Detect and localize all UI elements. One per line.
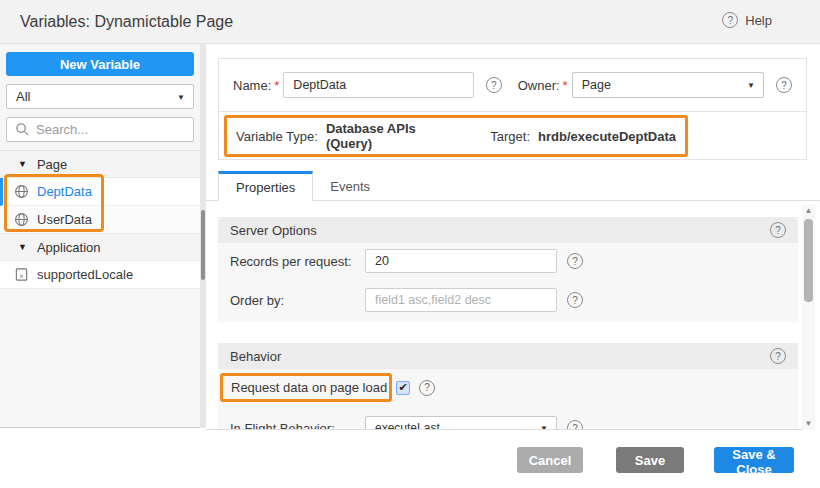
- tree-group-label: Page: [37, 157, 67, 172]
- tab-events[interactable]: Events: [313, 171, 387, 201]
- model-variable-icon: x: [14, 267, 29, 282]
- caret-down-icon: ▼: [177, 92, 185, 101]
- tab-properties[interactable]: Properties: [218, 171, 313, 201]
- tree-item-userdata[interactable]: UserData: [0, 206, 200, 234]
- tree-item-deptdata[interactable]: DeptData: [0, 178, 200, 206]
- caret-down-icon: ▼: [747, 81, 755, 90]
- dialog-header: Variables: Dynamictable Page ? Help: [0, 0, 820, 44]
- variables-sidebar: New Variable All ▼ ▼ Page: [0, 44, 200, 428]
- variable-editor-panel: Name: * ? Owner: * Page ▼ ? Variable Typ…: [206, 44, 820, 430]
- service-variable-globe-icon: [14, 212, 29, 227]
- variables-tree: ▼ Page DeptData UserData: [0, 150, 200, 289]
- help-link[interactable]: ? Help: [722, 12, 772, 28]
- variable-filter-value: All: [16, 89, 30, 104]
- order-by-help-icon[interactable]: ?: [567, 292, 583, 308]
- search-icon: [15, 122, 30, 137]
- new-variable-button[interactable]: New Variable: [6, 52, 194, 76]
- annotation-highlight-request-on-load: Request data on page load ✔ ?: [220, 373, 392, 402]
- tree-group-label: Application: [37, 240, 101, 255]
- tree-group-page[interactable]: ▼ Page: [0, 151, 200, 178]
- service-variable-globe-icon: [14, 184, 29, 199]
- server-options-header: Server Options ?: [218, 217, 798, 243]
- records-help-icon[interactable]: ?: [567, 253, 583, 269]
- scroll-down-icon[interactable]: ▼: [802, 418, 815, 430]
- search-input[interactable]: [36, 122, 176, 137]
- inflight-behavior-value: executeLast: [375, 421, 440, 430]
- annotation-highlight-variable-type: Variable Type: Database APIs (Query) Tar…: [224, 115, 688, 157]
- page-title: Variables: Dynamictable Page: [20, 13, 233, 31]
- main-scrollbar[interactable]: ▲ ▼: [802, 205, 815, 430]
- request-on-load-label: Request data on page load: [231, 380, 387, 395]
- server-options-body: Records per request: ? Order by: ?: [218, 243, 798, 322]
- server-options-title: Server Options: [230, 223, 770, 238]
- name-help-icon[interactable]: ?: [486, 77, 502, 93]
- tree-item-label: supportedLocale: [37, 267, 133, 282]
- required-asterisk: *: [274, 78, 279, 93]
- help-label: Help: [745, 13, 772, 28]
- behavior-title: Behavior: [230, 349, 770, 364]
- inflight-behavior-select[interactable]: executeLast ▼: [365, 416, 557, 430]
- order-by-row: Order by: ?: [218, 288, 798, 312]
- inflight-help-icon[interactable]: ?: [567, 420, 583, 430]
- name-input[interactable]: [283, 72, 473, 98]
- owner-select-value: Page: [582, 78, 611, 92]
- inflight-behavior-row: In Flight Behavior: executeLast ▼ ?: [218, 416, 798, 430]
- variable-filter-select[interactable]: All ▼: [6, 84, 194, 109]
- save-and-close-button[interactable]: Save & Close: [714, 447, 794, 473]
- request-on-load-help-icon[interactable]: ?: [419, 380, 435, 396]
- divider: [219, 111, 806, 112]
- tree-item-label: DeptData: [37, 184, 92, 199]
- behavior-body: Request data on page load ✔ ? In Flight …: [218, 369, 798, 430]
- records-per-request-label: Records per request:: [230, 254, 365, 269]
- tree-item-supportedlocale[interactable]: x supportedLocale: [0, 261, 200, 289]
- editor-tabs: Properties Events: [218, 170, 814, 201]
- variable-summary-card: Name: * ? Owner: * Page ▼ ? Variable Typ…: [218, 58, 807, 160]
- order-by-label: Order by:: [230, 293, 365, 308]
- required-asterisk: *: [563, 78, 568, 93]
- caret-down-icon: ▼: [540, 424, 548, 431]
- server-options-help-icon[interactable]: ?: [770, 222, 786, 238]
- owner-help-icon[interactable]: ?: [776, 77, 792, 93]
- behavior-header: Behavior ?: [218, 343, 798, 369]
- cancel-button[interactable]: Cancel: [517, 447, 583, 473]
- name-owner-row: Name: * ? Owner: * Page ▼ ?: [219, 59, 806, 111]
- variable-search[interactable]: [6, 117, 194, 142]
- owner-select[interactable]: Page ▼: [572, 72, 764, 98]
- request-on-load-checkbox[interactable]: ✔: [396, 381, 410, 395]
- help-question-icon: ?: [722, 12, 738, 28]
- tree-item-label: UserData: [37, 212, 92, 227]
- scroll-up-icon[interactable]: ▲: [802, 205, 815, 217]
- target-label: Target:: [490, 129, 530, 144]
- variables-dialog: Variables: Dynamictable Page ? Help New …: [0, 0, 820, 488]
- variable-type-label: Variable Type:: [236, 129, 318, 144]
- collapse-arrow-icon: ▼: [18, 242, 27, 252]
- name-label: Name:: [233, 78, 271, 93]
- collapse-arrow-icon: ▼: [18, 159, 27, 169]
- main-scrollbar-thumb[interactable]: [804, 219, 813, 302]
- records-per-request-row: Records per request: ?: [218, 249, 798, 273]
- properties-scroll-area: Server Options ? Records per request: ? …: [206, 201, 802, 430]
- tree-group-application[interactable]: ▼ Application: [0, 234, 200, 261]
- save-button[interactable]: Save: [616, 447, 684, 473]
- order-by-input[interactable]: [365, 288, 557, 312]
- behavior-help-icon[interactable]: ?: [770, 348, 786, 364]
- records-per-request-input[interactable]: [365, 249, 557, 273]
- owner-label: Owner:: [518, 78, 560, 93]
- svg-text:x: x: [20, 272, 24, 280]
- inflight-behavior-label: In Flight Behavior:: [230, 421, 365, 431]
- variable-type-value: Database APIs (Query): [326, 121, 438, 151]
- target-value: hrdb/executeDeptData: [538, 129, 676, 144]
- sidebar-scrollbar-thumb[interactable]: [201, 210, 205, 280]
